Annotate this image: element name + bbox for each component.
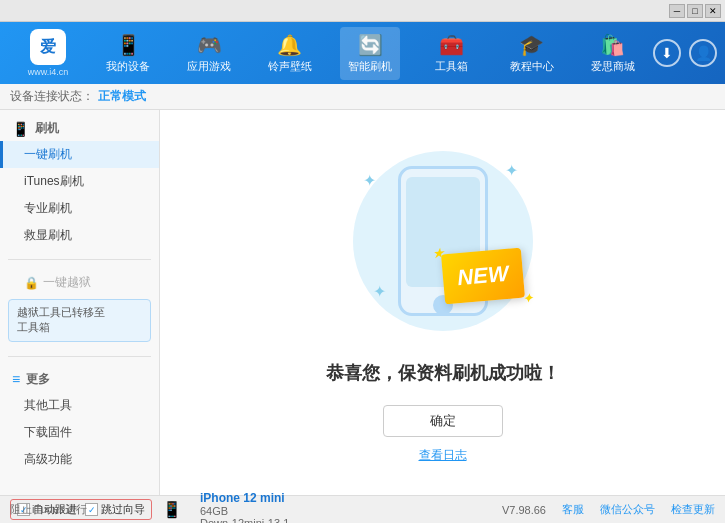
sparkle-1: ✦ — [363, 171, 376, 190]
new-badge-text: NEW — [456, 261, 509, 291]
my-device-label: 我的设备 — [106, 59, 150, 74]
nav-toolbox[interactable]: 🧰 工具箱 — [421, 27, 481, 80]
download-button[interactable]: ⬇ — [653, 39, 681, 67]
sparkle-2: ✦ — [505, 161, 518, 180]
status-value: 正常模式 — [98, 88, 146, 105]
sidebar-item-pro-flash[interactable]: 专业刷机 — [0, 195, 159, 222]
version-text: V7.98.66 — [502, 504, 546, 516]
lock-icon: 🔒 — [24, 276, 39, 290]
sidebar-item-rescue-flash[interactable]: 救显刷机 — [0, 222, 159, 249]
nav-smart-flash[interactable]: 🔄 智能刷机 — [340, 27, 400, 80]
status-bar: 设备连接状态： 正常模式 — [0, 84, 725, 110]
download-firmware-label: 下载固件 — [24, 425, 72, 439]
shop-label: 爱思商城 — [591, 59, 635, 74]
more-section-label: 更多 — [26, 371, 50, 388]
success-text: 恭喜您，保资料刷机成功啦！ — [326, 361, 560, 385]
apps-games-label: 应用游戏 — [187, 59, 231, 74]
auto-close-link[interactable]: 查看日志 — [419, 447, 467, 464]
nav-items: 📱 我的设备 🎮 应用游戏 🔔 铃声壁纸 🔄 智能刷机 🧰 工具箱 🎓 教程中心… — [88, 27, 653, 80]
confirm-button[interactable]: 确定 — [383, 405, 503, 437]
more-section-header: ≡ 更多 — [0, 367, 159, 392]
device-model: Down-12mini-13,1 — [200, 517, 289, 524]
device-info: iPhone 12 mini 64GB Down-12mini-13,1 — [196, 491, 289, 524]
new-badge: NEW — [440, 248, 524, 305]
one-key-flash-label: 一键刷机 — [24, 147, 72, 161]
flash-section: 📱 刷机 一键刷机 iTunes刷机 专业刷机 救显刷机 — [0, 110, 159, 255]
maximize-button[interactable]: □ — [687, 4, 703, 18]
more-section-icon: ≡ — [12, 371, 20, 387]
toolbox-icon: 🧰 — [439, 33, 464, 57]
header: 爱 www.i4.cn 📱 我的设备 🎮 应用游戏 🔔 铃声壁纸 🔄 智能刷机 … — [0, 22, 725, 84]
sparkle-3: ✦ — [373, 282, 386, 301]
device-name[interactable]: iPhone 12 mini — [200, 491, 289, 505]
divider-1 — [8, 259, 151, 260]
ringtones-icon: 🔔 — [277, 33, 302, 57]
title-bar-buttons: ─ □ ✕ — [669, 4, 721, 18]
nav-apps-games[interactable]: 🎮 应用游戏 — [179, 27, 239, 80]
shop-icon: 🛍️ — [600, 33, 625, 57]
flash-section-icon: 📱 — [12, 121, 29, 137]
smart-flash-icon: 🔄 — [358, 33, 383, 57]
success-illustration: NEW ✦ ✦ ✦ — [343, 141, 543, 341]
jailbreak-info-text: 越狱工具已转移至工具箱 — [17, 306, 105, 333]
nav-shop[interactable]: 🛍️ 爱思商城 — [583, 27, 643, 80]
pro-flash-label: 专业刷机 — [24, 201, 72, 215]
my-device-icon: 📱 — [116, 33, 141, 57]
check-update-link[interactable]: 检查更新 — [671, 502, 715, 517]
sidebar-item-advanced[interactable]: 高级功能 — [0, 446, 159, 473]
other-tools-label: 其他工具 — [24, 398, 72, 412]
footer-itunes: 阻止iTunes运行 — [0, 495, 87, 523]
flash-section-label: 刷机 — [35, 120, 59, 137]
nav-ringtones[interactable]: 🔔 铃声壁纸 — [260, 27, 320, 80]
ringtones-label: 铃声壁纸 — [268, 59, 312, 74]
rescue-flash-label: 救显刷机 — [24, 228, 72, 242]
minimize-button[interactable]: ─ — [669, 4, 685, 18]
jailbreak-section: 🔒 一键越狱 越狱工具已转移至工具箱 — [0, 264, 159, 352]
sidebar: 📱 刷机 一键刷机 iTunes刷机 专业刷机 救显刷机 🔒 一键越狱 — [0, 110, 160, 495]
apps-games-icon: 🎮 — [197, 33, 222, 57]
itunes-running-label[interactable]: 阻止iTunes运行 — [10, 502, 87, 517]
nav-tutorial[interactable]: 🎓 教程中心 — [502, 27, 562, 80]
device-icon: 📱 — [162, 500, 182, 519]
skip-wizard-check-box: ✓ — [85, 503, 98, 516]
jailbreak-info-box: 越狱工具已转移至工具箱 — [8, 299, 151, 342]
content: NEW ✦ ✦ ✦ 恭喜您，保资料刷机成功啦！ 确定 查看日志 — [160, 110, 725, 495]
device-storage: 64GB — [200, 505, 289, 517]
tutorial-label: 教程中心 — [510, 59, 554, 74]
nav-my-device[interactable]: 📱 我的设备 — [98, 27, 158, 80]
sidebar-item-download-firmware[interactable]: 下载固件 — [0, 419, 159, 446]
sidebar-item-itunes-flash[interactable]: iTunes刷机 — [0, 168, 159, 195]
logo-icon: 爱 — [30, 29, 66, 65]
nav-right: ⬇ 👤 — [653, 39, 717, 67]
bottom-bar: ✓ 自动跟进 ✓ 跳过向导 📱 iPhone 12 mini 64GB Down… — [0, 495, 725, 523]
skip-wizard-label: 跳过向导 — [101, 502, 145, 517]
jailbreak-label: 一键越狱 — [43, 274, 91, 291]
sidebar-item-one-key-flash[interactable]: 一键刷机 — [0, 141, 159, 168]
toolbox-label: 工具箱 — [435, 59, 468, 74]
customer-service-link[interactable]: 客服 — [562, 502, 584, 517]
jailbreak-section-header: 🔒 一键越狱 — [0, 270, 159, 295]
divider-2 — [8, 356, 151, 357]
tutorial-icon: 🎓 — [519, 33, 544, 57]
logo-url: www.i4.cn — [28, 67, 69, 77]
bottom-right: V7.98.66 客服 微信公众号 检查更新 — [502, 502, 715, 517]
sidebar-item-other-tools[interactable]: 其他工具 — [0, 392, 159, 419]
status-label: 设备连接状态： — [10, 88, 94, 105]
main: 📱 刷机 一键刷机 iTunes刷机 专业刷机 救显刷机 🔒 一键越狱 — [0, 110, 725, 495]
advanced-label: 高级功能 — [24, 452, 72, 466]
skip-wizard-checkbox[interactable]: ✓ 跳过向导 — [85, 502, 145, 517]
itunes-flash-label: iTunes刷机 — [24, 174, 84, 188]
wechat-public-link[interactable]: 微信公众号 — [600, 502, 655, 517]
user-button[interactable]: 👤 — [689, 39, 717, 67]
title-bar: ─ □ ✕ — [0, 0, 725, 22]
confirm-label: 确定 — [430, 412, 456, 430]
close-button[interactable]: ✕ — [705, 4, 721, 18]
logo[interactable]: 爱 www.i4.cn — [8, 29, 88, 77]
more-section: ≡ 更多 其他工具 下载固件 高级功能 — [0, 361, 159, 479]
flash-section-header: 📱 刷机 — [0, 116, 159, 141]
smart-flash-label: 智能刷机 — [348, 59, 392, 74]
